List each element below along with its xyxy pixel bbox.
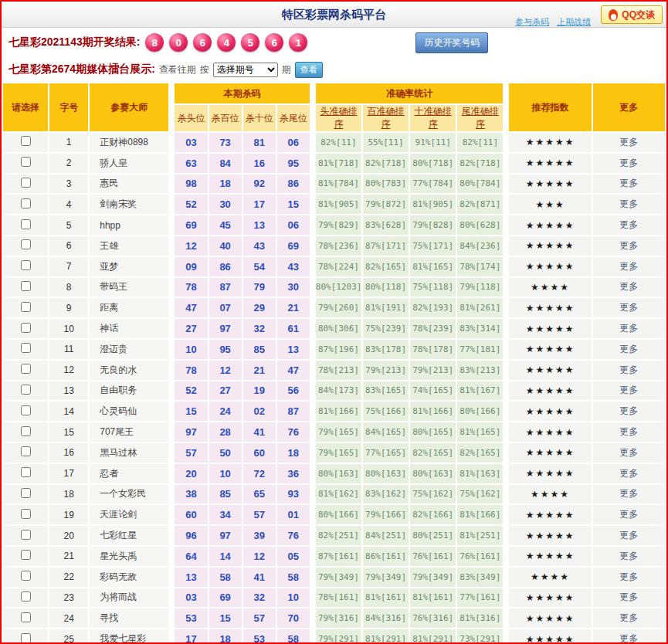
sort-head-accuracy[interactable]: 头准确排序 (320, 106, 357, 130)
more-link[interactable]: 更多 (619, 344, 638, 354)
more-link[interactable]: 更多 (619, 178, 638, 188)
row-checkbox[interactable] (21, 260, 31, 270)
row-checkbox[interactable] (21, 281, 31, 291)
master-name[interactable]: 惠民 (90, 175, 168, 194)
recommend-stars: ★★★★★ (509, 361, 591, 380)
sort-tail-accuracy[interactable]: 尾准确排序 (462, 106, 499, 130)
master-name[interactable]: 剑南宋奖 (90, 195, 168, 214)
master-name[interactable]: hhpp (90, 215, 168, 235)
more-link[interactable]: 更多 (619, 198, 638, 209)
qq-penguin-icon (609, 9, 618, 21)
more-link[interactable]: 更多 (619, 426, 638, 437)
master-name[interactable]: 彩码无敌 (90, 568, 168, 587)
view-button[interactable]: 查看 (295, 62, 323, 78)
more-link[interactable]: 更多 (619, 364, 638, 375)
row-checkbox[interactable] (21, 136, 31, 146)
more-link[interactable]: 更多 (619, 219, 638, 230)
row-checkbox[interactable] (21, 323, 31, 333)
row-checkbox[interactable] (21, 405, 31, 415)
master-name[interactable]: 星光头禹 (90, 547, 168, 566)
accuracy-value-0: 80%[166] (316, 505, 361, 524)
more-link[interactable]: 更多 (619, 447, 638, 458)
row-checkbox[interactable] (21, 385, 31, 395)
master-name[interactable]: 骄人皇 (90, 154, 168, 173)
more-link[interactable]: 更多 (619, 323, 638, 334)
row-checkbox[interactable] (21, 446, 31, 456)
sort-hundred-accuracy[interactable]: 百准确排序 (368, 106, 405, 130)
master-name[interactable]: 寻找 (90, 608, 168, 628)
last-period-link[interactable]: 上期战绩 (557, 16, 591, 28)
master-name[interactable]: 为将而战 (90, 588, 168, 608)
master-name[interactable]: 自由职务 (90, 381, 168, 401)
table-body: 1正财神08980373810682%[11]55%[11]91%[11]82%… (3, 133, 665, 644)
row-spacer (504, 257, 507, 276)
row-checkbox[interactable] (21, 343, 31, 353)
more-link[interactable]: 更多 (619, 240, 638, 251)
master-name[interactable]: 天涯论剑 (90, 505, 168, 524)
master-name[interactable]: 距离 (90, 298, 168, 317)
more-link[interactable]: 更多 (619, 571, 638, 582)
master-name[interactable]: 黑马过林 (90, 443, 168, 463)
more-link[interactable]: 更多 (619, 633, 638, 644)
history-numbers-button[interactable]: 历史开奖号码 (415, 32, 488, 53)
row-checkbox[interactable] (21, 612, 31, 622)
more-link[interactable]: 更多 (619, 488, 638, 499)
header-select: 请选择 (3, 83, 48, 131)
row-checkbox[interactable] (21, 239, 31, 249)
kill-number-3: 61 (277, 319, 310, 338)
more-link[interactable]: 更多 (619, 137, 638, 147)
master-name[interactable]: 心灵码仙 (90, 402, 168, 421)
qq-chat-button[interactable]: QQ交谈 (601, 5, 663, 24)
master-name[interactable]: 七彩红星 (90, 526, 168, 545)
row-checkbox[interactable] (21, 530, 31, 540)
master-name[interactable]: 我爱七星彩 (90, 629, 168, 644)
master-name[interactable]: 王雄 (90, 236, 168, 256)
more-link[interactable]: 更多 (619, 551, 638, 561)
row-checkbox[interactable] (21, 550, 31, 560)
accuracy-value-1: 75%[239] (363, 319, 409, 338)
accuracy-value-3: 82%[165] (457, 443, 503, 463)
row-spacer (311, 526, 314, 545)
master-name[interactable]: 带码王 (90, 278, 168, 297)
master-name[interactable]: 正财神0898 (90, 133, 168, 152)
row-checkbox[interactable] (21, 571, 31, 581)
more-link[interactable]: 更多 (619, 281, 638, 292)
master-name[interactable]: 一个女彩民 (90, 485, 168, 504)
row-checkbox[interactable] (21, 302, 31, 312)
master-name[interactable]: 无良的水 (90, 361, 168, 380)
more-link[interactable]: 更多 (619, 261, 638, 272)
more-link[interactable]: 更多 (619, 591, 638, 602)
row-checkbox[interactable] (21, 219, 31, 229)
header-acc-group: 准确率统计 (316, 83, 504, 103)
more-link[interactable]: 更多 (619, 405, 638, 416)
kill-number-0: 15 (175, 402, 207, 421)
more-link[interactable]: 更多 (619, 509, 638, 520)
more-link[interactable]: 更多 (619, 302, 638, 313)
row-checkbox[interactable] (21, 178, 31, 188)
accuracy-value-2: 75%[118] (410, 278, 456, 297)
row-checkbox[interactable] (21, 633, 31, 643)
row-checkbox[interactable] (21, 591, 31, 602)
row-checkbox[interactable] (21, 426, 31, 436)
more-link[interactable]: 更多 (619, 158, 638, 168)
row-checkbox[interactable] (21, 157, 31, 167)
master-name[interactable]: 神话 (90, 319, 168, 338)
more-link[interactable]: 更多 (619, 612, 638, 623)
master-name[interactable]: 亚梦 (90, 257, 168, 276)
sort-ten-accuracy[interactable]: 十准确排序 (415, 106, 452, 130)
more-link[interactable]: 更多 (619, 530, 638, 541)
row-checkbox[interactable] (21, 198, 31, 208)
master-name[interactable]: 707尾王 (90, 422, 168, 442)
row-checkbox[interactable] (21, 364, 31, 374)
master-name[interactable]: 澄迈贵 (90, 340, 168, 359)
row-checkbox[interactable] (21, 509, 31, 519)
result-label: 七星彩2021143期开奖结果: (8, 36, 140, 49)
period-select[interactable]: 选择期号 (213, 63, 278, 77)
join-kill-link[interactable]: 参与杀码 (515, 16, 549, 28)
accuracy-value-1: 81%[191] (363, 298, 409, 317)
master-name[interactable]: 忍者 (90, 464, 168, 483)
more-link[interactable]: 更多 (619, 385, 638, 395)
more-link[interactable]: 更多 (619, 468, 638, 479)
row-checkbox[interactable] (21, 488, 31, 498)
row-checkbox[interactable] (21, 467, 31, 477)
